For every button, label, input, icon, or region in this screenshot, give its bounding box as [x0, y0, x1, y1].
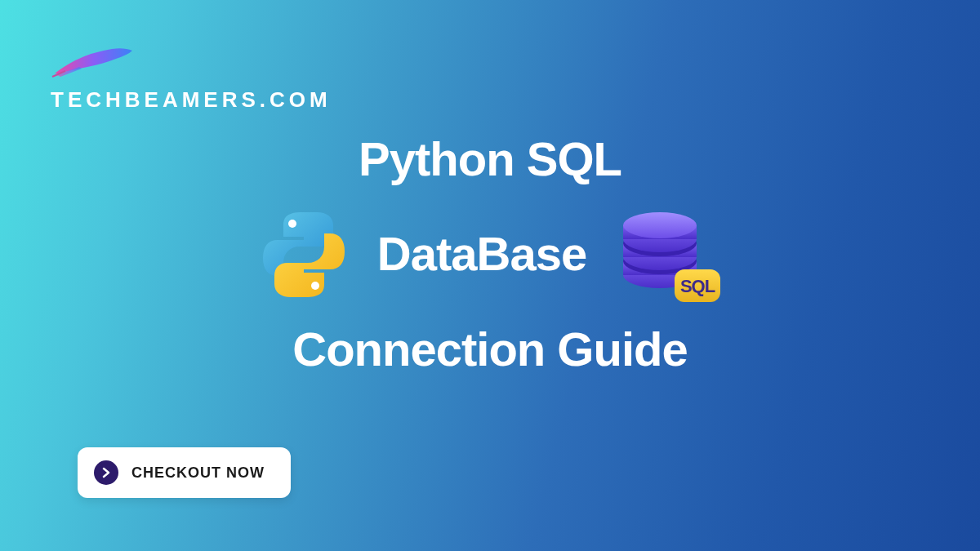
feather-icon — [51, 42, 140, 79]
hero-text-3: Connection Guide — [292, 325, 687, 375]
checkout-label: CHECKOUT NOW — [131, 464, 265, 482]
chevron-right-icon — [94, 460, 118, 485]
hero-title: Python SQL DataB — [0, 135, 980, 388]
svg-point-1 — [311, 282, 319, 290]
sql-badge-text: SQL — [680, 276, 715, 296]
hero-line-1: Python SQL — [0, 135, 980, 184]
svg-point-0 — [288, 220, 296, 228]
hero-line-3: Connection Guide — [0, 325, 980, 375]
brand-logo-area: TECHBEAMERS.COM — [51, 42, 332, 113]
hero-text-2: DataBase — [377, 229, 586, 279]
hero-text-1: Python SQL — [359, 135, 621, 184]
database-icon: SQL — [611, 198, 725, 312]
brand-name: TECHBEAMERS.COM — [51, 87, 332, 113]
python-icon — [255, 206, 353, 304]
hero-line-2: DataBase — [0, 198, 980, 312]
checkout-button[interactable]: CHECKOUT NOW — [78, 447, 291, 498]
svg-point-10 — [623, 212, 697, 238]
